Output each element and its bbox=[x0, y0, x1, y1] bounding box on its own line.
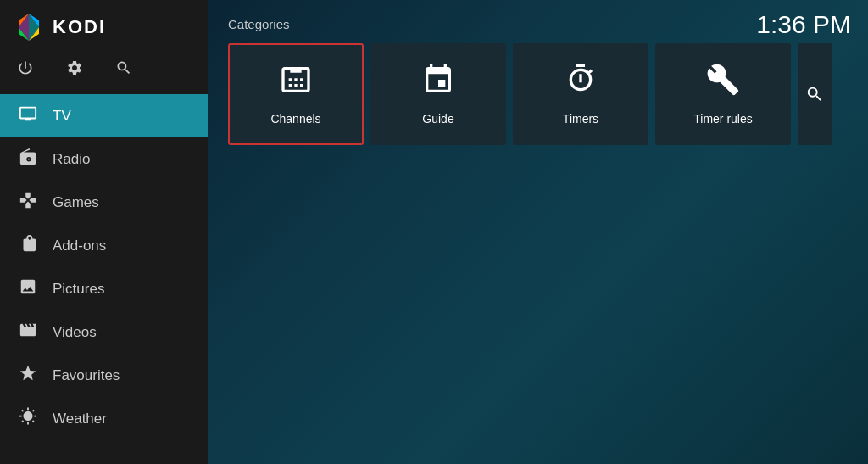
category-guide[interactable]: Guide bbox=[370, 43, 506, 145]
weather-icon bbox=[17, 407, 39, 430]
addons-icon bbox=[17, 234, 39, 257]
sidebar-item-addons[interactable]: Add-ons bbox=[0, 224, 208, 267]
app-logo-area: KODI bbox=[0, 0, 208, 49]
search-partial-icon bbox=[805, 85, 824, 103]
category-grid: Channels Guide Timers bbox=[228, 43, 848, 145]
settings-button[interactable] bbox=[63, 56, 86, 84]
power-icon bbox=[17, 59, 34, 76]
sidebar-item-videos-label: Videos bbox=[53, 324, 97, 341]
sidebar-item-radio[interactable]: Radio bbox=[0, 137, 208, 181]
search-button[interactable] bbox=[112, 56, 136, 84]
category-channels[interactable]: Channels bbox=[228, 43, 364, 145]
sidebar-item-favourites-label: Favourites bbox=[53, 367, 120, 384]
guide-icon bbox=[421, 63, 455, 103]
sidebar: KODI TV bbox=[0, 0, 208, 464]
guide-label: Guide bbox=[422, 112, 453, 126]
category-search-partial[interactable] bbox=[798, 43, 832, 145]
tv-icon bbox=[17, 104, 39, 127]
categories-heading: Categories bbox=[228, 17, 848, 31]
power-button[interactable] bbox=[14, 56, 37, 84]
kodi-logo-icon bbox=[14, 12, 44, 42]
channels-icon bbox=[279, 63, 313, 103]
main-content: 1:36 PM Categories Channels Guide bbox=[208, 0, 868, 464]
sidebar-item-addons-label: Add-ons bbox=[53, 238, 106, 254]
games-icon bbox=[17, 191, 39, 214]
timer-rules-label: Timer rules bbox=[693, 112, 753, 126]
timer-rules-icon bbox=[706, 63, 740, 103]
sidebar-item-pictures[interactable]: Pictures bbox=[0, 267, 208, 310]
pictures-icon bbox=[17, 277, 39, 300]
sidebar-item-tv-label: TV bbox=[53, 108, 71, 125]
category-timers[interactable]: Timers bbox=[513, 43, 648, 145]
sidebar-item-weather-label: Weather bbox=[53, 411, 107, 428]
sidebar-nav: TV Radio Games Add-o bbox=[0, 94, 208, 464]
radio-icon bbox=[17, 148, 39, 171]
sidebar-item-weather[interactable]: Weather bbox=[0, 397, 208, 440]
sidebar-item-favourites[interactable]: Favourites bbox=[0, 354, 208, 397]
clock-display: 1:36 PM bbox=[756, 10, 851, 39]
favourites-icon bbox=[17, 364, 39, 387]
sidebar-item-videos[interactable]: Videos bbox=[0, 310, 208, 354]
sidebar-item-tv[interactable]: TV bbox=[0, 94, 208, 137]
videos-icon bbox=[17, 321, 39, 344]
sidebar-top-icons bbox=[0, 49, 208, 94]
channels-label: Channels bbox=[270, 112, 320, 126]
sidebar-item-games[interactable]: Games bbox=[0, 181, 208, 224]
timers-label: Timers bbox=[563, 112, 598, 126]
sidebar-item-radio-label: Radio bbox=[53, 151, 90, 168]
search-icon bbox=[115, 59, 132, 76]
sidebar-item-pictures-label: Pictures bbox=[53, 281, 104, 298]
app-title: KODI bbox=[53, 16, 106, 38]
sidebar-item-games-label: Games bbox=[53, 194, 99, 211]
settings-icon bbox=[66, 59, 83, 76]
category-timer-rules[interactable]: Timer rules bbox=[655, 43, 791, 145]
timers-icon bbox=[564, 63, 598, 103]
